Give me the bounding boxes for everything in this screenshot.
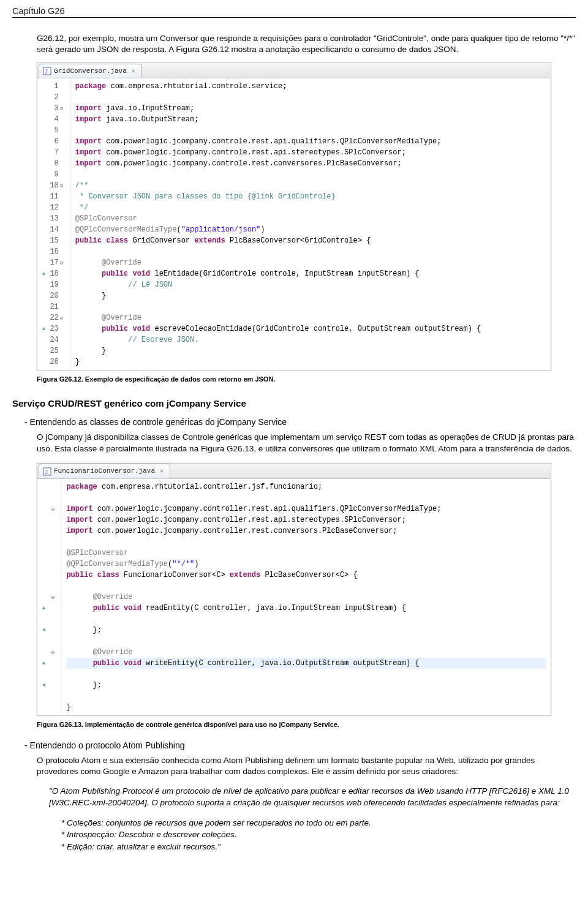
svg-text:J: J [45,69,48,75]
editor-tab[interactable]: J FuncionarioConversor.java ✕ [39,464,170,478]
figure-caption-2: Figura G26.13. Implementação de controle… [37,721,576,728]
code-line: package com.empresa.rhtutorial.controle.… [75,81,546,92]
code-line: @Override [75,257,546,268]
close-icon[interactable]: ✕ [160,467,164,476]
code-line: import com.powerlogic.jcompany.controle.… [75,147,546,158]
code-line: import com.powerlogic.jcompany.controle.… [75,158,546,169]
code-line: import java.io.InputStream; [75,103,546,114]
gutter-row [41,702,56,713]
gutter-row: 24 [41,334,65,345]
gutter-row: ⊖ [41,503,56,514]
editor-tab-label: FuncionarioConversor.java [54,466,155,476]
gutter: 1 2 3⊖ 4 5 6 7 8 9 10⊖ 11 12 13 14 15 16… [37,78,70,370]
gutter-row: ▲ [41,658,56,669]
gutter-row: ◄ [41,625,56,636]
code-line: // Lê JSON [75,279,546,290]
code-line: @QPlcConversorMediaType("*/*") [66,559,546,570]
gutter-row: 6 [41,136,65,147]
code-line: }; [66,680,546,691]
gutter-row [41,581,56,592]
code-line: // Escreve JSON. [75,334,546,345]
gutter-row: ▲ 18 [41,268,65,279]
gutter-row [41,570,56,581]
code-line: import com.powerlogic.jcompany.controlle… [66,514,546,525]
code-line [66,691,546,702]
gutter-row: 8 [41,158,65,169]
code-line: @Override [66,647,546,658]
sub-bullet-2: Entendendo o protocolo Atom Publishing [24,740,576,750]
sub-bullet-1: Entendendo as classes de controle genéri… [24,417,576,427]
star-item: * Edição: criar, atualizar e excluir rec… [61,841,576,853]
gutter-row: ◄ [41,680,56,691]
code-line [66,636,546,647]
gutter-row: 4 [41,114,65,125]
code-line: public void escreveColecaoEntidade(GridC… [75,323,546,334]
code-line: } [66,702,546,713]
code-line [75,246,546,257]
gutter-row: 9 [41,169,65,180]
gutter-row: 15 [41,235,65,246]
paragraph-2: O jCompany já disponibiliza classes de C… [37,432,576,454]
gutter-row: 20 [41,290,65,301]
code-line: import com.powerlogic.jcompany.controlle… [66,525,546,536]
code-line [75,125,546,136]
gutter-row: 17⊖ [41,257,65,268]
gutter-row [41,481,56,492]
gutter-row: 21 [41,301,65,312]
chapter-header: Capítulo G26 [12,6,576,18]
java-file-icon: J [43,467,51,476]
gutter-row: 13 [41,213,65,224]
code-line: @Override [66,592,546,603]
code-line: public class GridConversor extends PlcBa… [75,235,546,246]
code-line [66,614,546,625]
figure-caption-1: Figura G26.12. Exemplo de especificação … [37,375,576,383]
code-figure-1: J GridConversor.java ✕ 1 2 3⊖ 4 5 6 7 8 … [37,62,551,371]
editor-tab-bar: J FuncionarioConversor.java ✕ [37,464,551,479]
star-item: * Introspecção: Descobrir e descrever co… [61,829,576,841]
paragraph-1: G26.12, por exemplo, mostra um Conversor… [37,33,576,55]
gutter: ⊖ ⊖▲ ◄ ⊖▲ ◄ [37,479,61,715]
code-line: } [75,356,546,367]
code-line: @Override [75,312,546,323]
code-line [66,536,546,548]
code-line: public class FuncionarioConversor<C> ext… [66,570,546,581]
code-line [66,669,546,680]
gutter-row [41,514,56,525]
gutter-row: 25 [41,345,65,356]
code-line: package com.empresa.rhtutorial.controlle… [66,481,546,492]
editor-tab-bar: J GridConversor.java ✕ [37,63,551,78]
gutter-row: 7 [41,147,65,158]
code-line: @SPlcConversor [66,548,546,559]
code-line: } [75,345,546,356]
gutter-row: 16 [41,246,65,257]
gutter-row: 3⊖ [41,103,65,114]
editor-tab[interactable]: J GridConversor.java ✕ [39,64,142,78]
code-line: import com.powerlogic.jcompany.controlle… [66,503,546,514]
paragraph-3: O protocolo Atom e sua extensão conhecid… [37,755,576,777]
editor-tab-label: GridConversor.java [54,66,127,77]
code-line: }; [66,625,546,636]
gutter-row: ⊖ [41,647,56,658]
gutter-row [41,559,56,570]
code-line: import java.io.OutputStream; [75,114,546,125]
gutter-row [41,614,56,625]
code-figure-2: J FuncionarioConversor.java ✕ ⊖ ⊖▲ ◄ ⊖▲ … [37,463,551,716]
code-line [75,169,546,180]
gutter-row [41,525,56,536]
close-icon[interactable]: ✕ [132,67,135,76]
code-lines: package com.empresa.rhtutorial.controle.… [70,78,551,370]
code-line: @SPlcConversor [75,213,546,224]
java-file-icon: J [43,67,51,75]
gutter-row: ⊖ [41,592,56,603]
gutter-row: 22⊖ [41,312,65,323]
code-line: public void readEntity(C controller, jav… [66,603,546,614]
section-heading: Serviço CRUD/REST genérico com jCompany … [12,398,576,408]
gutter-row [41,691,56,702]
gutter-row [41,636,56,647]
gutter-row [41,536,56,548]
code-line: */ [75,202,546,213]
code-lines: package com.empresa.rhtutorial.controlle… [61,479,551,715]
gutter-row: 14 [41,224,65,235]
code-line [75,301,546,312]
star-item: * Coleções: conjuntos de recursos que po… [61,817,576,829]
